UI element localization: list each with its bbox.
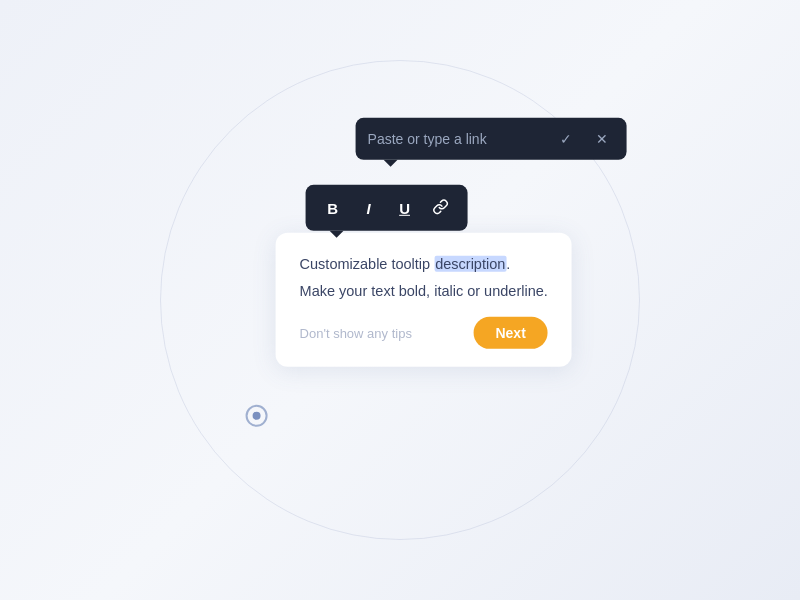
tooltip-body-text: Make your text bold, italic or underline… <box>300 283 548 299</box>
close-icon: ✕ <box>596 131 608 147</box>
italic-icon: I <box>366 199 370 216</box>
bold-button[interactable]: B <box>318 193 348 223</box>
link-popup: ✓ ✕ <box>356 118 627 160</box>
link-icon <box>433 198 449 217</box>
link-button[interactable] <box>426 193 456 223</box>
tooltip-line2: Make your text bold, italic or underline… <box>300 280 548 303</box>
tooltip-footer: Don't show any tips Next <box>300 317 548 349</box>
underline-button[interactable]: U <box>390 193 420 223</box>
link-input[interactable] <box>368 131 543 147</box>
close-link-button[interactable]: ✕ <box>589 126 615 152</box>
underline-icon: U <box>399 199 410 216</box>
formatting-toolbar: B I U <box>306 185 468 231</box>
checkmark-icon: ✓ <box>560 131 572 147</box>
dot-inner <box>253 412 261 420</box>
bold-icon: B <box>327 199 338 216</box>
tooltip-line1: Customizable tooltip description. <box>300 253 548 276</box>
tooltip-suffix-text: . <box>506 256 510 272</box>
confirm-link-button[interactable]: ✓ <box>553 126 579 152</box>
dont-show-label: Don't show any tips <box>300 326 412 341</box>
tooltip-prefix-text: Customizable tooltip <box>300 256 435 272</box>
tooltip-card: Customizable tooltip description. Make y… <box>276 233 572 367</box>
tooltip-highlight: description <box>434 256 506 272</box>
next-button[interactable]: Next <box>473 317 547 349</box>
italic-button[interactable]: I <box>354 193 384 223</box>
scene-container: ✓ ✕ B I U Customizable tooltip descr <box>276 233 572 367</box>
dot-indicator <box>246 405 268 427</box>
